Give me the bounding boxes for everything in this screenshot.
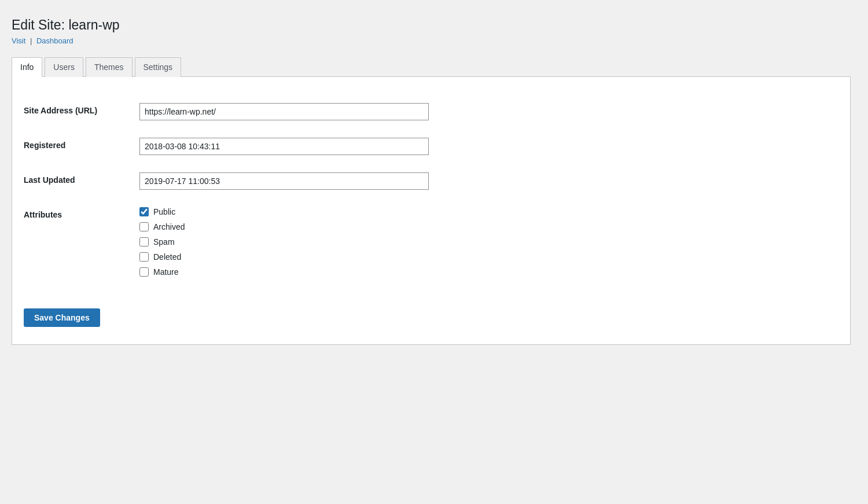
tab-info[interactable]: Info — [12, 57, 42, 77]
checkbox-mature[interactable] — [139, 267, 149, 277]
attribute-public-row: Public — [139, 207, 838, 216]
site-address-label: Site Address (URL) — [24, 94, 139, 129]
tab-content-info: Site Address (URL) Registered Last Updat… — [12, 77, 851, 345]
site-address-input[interactable] — [139, 103, 429, 120]
attribute-mature-row: Mature — [139, 267, 838, 277]
last-updated-input[interactable] — [139, 172, 429, 190]
page-links: Visit | Dashboard — [12, 36, 851, 45]
tab-users[interactable]: Users — [45, 57, 83, 77]
label-deleted: Deleted — [153, 252, 181, 262]
label-mature: Mature — [153, 267, 179, 277]
label-spam: Spam — [153, 237, 175, 247]
tab-settings[interactable]: Settings — [135, 57, 182, 77]
attribute-deleted-row: Deleted — [139, 252, 838, 262]
site-address-row: Site Address (URL) — [24, 94, 838, 129]
attributes-label: Attributes — [24, 198, 139, 291]
registered-label: Registered — [24, 129, 139, 164]
nav-tabs: Info Users Themes Settings — [12, 57, 851, 77]
form-table: Site Address (URL) Registered Last Updat… — [24, 94, 838, 291]
save-changes-button[interactable]: Save Changes — [24, 308, 100, 327]
label-public: Public — [153, 207, 175, 216]
registered-input[interactable] — [139, 138, 429, 155]
page-title: Edit Site: learn-wp — [12, 17, 851, 33]
dashboard-link[interactable]: Dashboard — [36, 36, 73, 45]
checkbox-archived[interactable] — [139, 222, 149, 231]
last-updated-row: Last Updated — [24, 164, 838, 198]
visit-link[interactable]: Visit — [12, 36, 25, 45]
last-updated-label: Last Updated — [24, 164, 139, 198]
label-archived: Archived — [153, 222, 185, 231]
checkbox-spam[interactable] — [139, 237, 149, 247]
registered-row: Registered — [24, 129, 838, 164]
page-wrapper: Edit Site: learn-wp Visit | Dashboard In… — [0, 0, 868, 504]
attributes-row: Attributes Public Archived Spam — [24, 198, 838, 291]
attribute-spam-row: Spam — [139, 237, 838, 247]
link-separator: | — [30, 36, 32, 45]
tab-themes[interactable]: Themes — [86, 57, 133, 77]
checkbox-public[interactable] — [139, 207, 149, 216]
attribute-archived-row: Archived — [139, 222, 838, 231]
checkbox-deleted[interactable] — [139, 252, 149, 262]
